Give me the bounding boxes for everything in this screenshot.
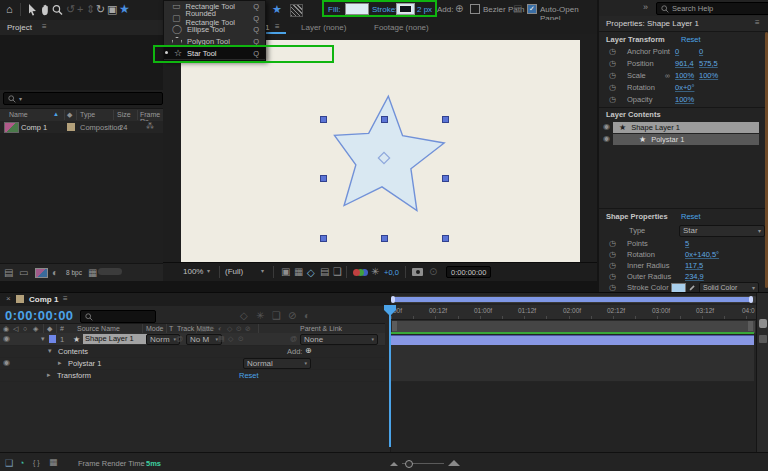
orbit-camera-icon[interactable]: ↺ (66, 4, 75, 15)
close-tab-icon[interactable]: × (6, 295, 11, 303)
zoom-tool-icon[interactable] (52, 4, 63, 16)
exposure-gear-icon[interactable]: ✳ (371, 267, 379, 277)
star-shape[interactable] (181, 40, 580, 262)
home-icon[interactable]: ⌂ (6, 4, 13, 15)
navigator-handle-right[interactable] (749, 296, 753, 303)
parent-pickwhip-icon[interactable]: @ (290, 335, 297, 342)
timeline-zoom-slider-knob[interactable] (405, 460, 413, 468)
selection-handle[interactable] (442, 175, 449, 182)
horizontal-scrollbar-thumb[interactable] (98, 268, 122, 275)
composition-canvas[interactable] (181, 40, 580, 262)
menu-item-ellipse-tool[interactable]: ◯ Ellipse Tool Q (164, 24, 265, 36)
interpret-footage-icon[interactable]: ▤ (4, 268, 13, 278)
stopwatch-icon[interactable]: ◷ (609, 251, 616, 259)
stopwatch-icon[interactable]: ◷ (609, 60, 616, 68)
timeline-search-input[interactable] (80, 310, 156, 323)
comp-button[interactable] (759, 335, 767, 343)
help-search-input[interactable]: Search Help (656, 2, 768, 15)
scale-x[interactable]: 100% (675, 71, 699, 80)
expressions-icon[interactable]: { } (33, 459, 40, 466)
cache-indicator-icon[interactable]: ◔ (19, 458, 24, 468)
rotation-tool-icon[interactable]: ↻ (96, 4, 105, 15)
composition-mini-flowchart-icon[interactable]: ◇ (240, 311, 248, 321)
collapsed-chevron-icon[interactable]: ▸ (47, 371, 51, 378)
stopwatch-icon[interactable]: ◷ (609, 72, 616, 80)
region-of-interest-icon[interactable]: ▤ (320, 267, 329, 277)
project-panel-menu-icon[interactable]: ≡ (42, 23, 47, 31)
selection-handle[interactable] (320, 235, 327, 242)
trash-icon[interactable]: ▦ (88, 268, 97, 278)
layer-transform-reset[interactable]: Reset (681, 35, 701, 44)
transparency-grid-icon[interactable]: ◇ (307, 267, 315, 278)
tab-menu-icon[interactable]: ≡ (275, 23, 280, 31)
stroke-width-value[interactable]: 2 px (417, 5, 432, 14)
project-tab-label[interactable]: Project (7, 23, 32, 32)
sort-up-icon[interactable]: ▲ (53, 111, 59, 117)
expand-chevron-icon[interactable]: ▾ (48, 347, 52, 354)
column-size[interactable]: Size (117, 111, 131, 118)
layer-contents-item-shape-layer[interactable]: ★ Shape Layer 1 (613, 122, 759, 133)
snapshot-camera-icon[interactable] (412, 268, 423, 276)
tab-layer[interactable]: Layer (none) (301, 23, 346, 32)
link-icon[interactable]: ∞ (665, 72, 675, 79)
stroke-color-swatch[interactable] (671, 283, 686, 293)
playhead-line[interactable] (389, 305, 391, 447)
selection-tool-icon[interactable] (27, 4, 37, 16)
navigator-handle-left[interactable] (391, 296, 395, 303)
magnification-select[interactable]: 100% (183, 267, 203, 276)
layer-switch-icon[interactable]: ⊙ (238, 335, 244, 342)
stopwatch-icon[interactable]: ◷ (609, 284, 616, 292)
selection-handle[interactable] (320, 175, 327, 182)
draft-3d-icon[interactable]: ✳ (256, 311, 264, 321)
folder-options-icon[interactable]: ▤ (513, 4, 522, 14)
tab-footage[interactable]: Footage (none) (374, 23, 429, 32)
work-area-handle-left[interactable] (392, 321, 397, 331)
type-dropdown[interactable]: Star ▾ (679, 225, 765, 237)
layer-name-selected[interactable]: Shape Layer 1 (83, 334, 147, 344)
column-type[interactable]: Type (80, 111, 95, 118)
selection-handle[interactable] (381, 235, 388, 242)
dither-pattern-icon[interactable] (290, 4, 303, 17)
stopwatch-icon[interactable]: ◷ (609, 48, 616, 56)
column-name[interactable]: Name (9, 111, 28, 118)
work-area-handle-right[interactable] (748, 321, 753, 331)
exposure-value[interactable]: +0,0 (384, 268, 399, 277)
color-depth-icon[interactable]: ◐ (52, 268, 58, 278)
panel-menu-icon[interactable]: ≡ (755, 19, 760, 27)
channels-icon[interactable] (353, 269, 360, 276)
selection-handle[interactable] (442, 235, 449, 242)
outer-radius-value[interactable]: 234,9 (685, 272, 704, 281)
anchor-point-y[interactable]: 0 (699, 47, 703, 56)
label-color-swatch[interactable] (67, 123, 75, 131)
eye-icon[interactable]: ◉ (603, 123, 610, 131)
stopwatch-icon[interactable]: ◷ (609, 96, 616, 104)
layer-switch-icon[interactable]: ◇ (228, 335, 233, 342)
layer-switch-icon[interactable]: ▤ (218, 335, 225, 342)
add-shape-menu-icon[interactable]: ⊕ (455, 4, 463, 14)
roi-tool-icon[interactable]: ▣ (107, 4, 117, 15)
selection-handle[interactable] (442, 116, 449, 123)
stopwatch-icon[interactable]: ◷ (609, 262, 616, 270)
project-item-row[interactable]: Comp 1 Composition 24 ⁂ (0, 121, 163, 133)
color-depth-value[interactable]: 8 bpc (66, 269, 82, 276)
always-preview-icon[interactable]: ▣ (281, 267, 290, 277)
collapsed-chevron-icon[interactable]: ▸ (58, 359, 62, 366)
selection-handle[interactable] (320, 116, 327, 123)
dolly-camera-icon[interactable]: ⇕ (86, 4, 95, 15)
transform-reset[interactable]: Reset (239, 371, 259, 380)
timeline-tab-menu-icon[interactable]: ≡ (63, 295, 68, 303)
project-item-name[interactable]: Comp 1 (21, 123, 47, 132)
frame-blending-icon[interactable]: ⊘ (288, 311, 296, 321)
project-search-input[interactable]: ▾ (3, 92, 163, 105)
new-folder-icon[interactable]: ▭ (19, 268, 28, 278)
blend-mode-dropdown[interactable]: Norm▾ (146, 334, 180, 345)
comp-marker-bin[interactable] (759, 319, 767, 328)
zoom-out-mountain-icon[interactable] (390, 462, 398, 466)
selection-handle[interactable] (381, 116, 388, 123)
add-circle-icon[interactable]: ⊕ (305, 347, 312, 355)
timeline-tab-label[interactable]: Comp 1 (29, 295, 58, 304)
label-column-icon[interactable]: ◆ (67, 111, 72, 118)
collapse-panels-icon[interactable]: » (643, 3, 648, 12)
rotation-value[interactable]: 0x+0° (675, 83, 694, 92)
star-tool-active-icon[interactable]: ★ (119, 3, 130, 15)
